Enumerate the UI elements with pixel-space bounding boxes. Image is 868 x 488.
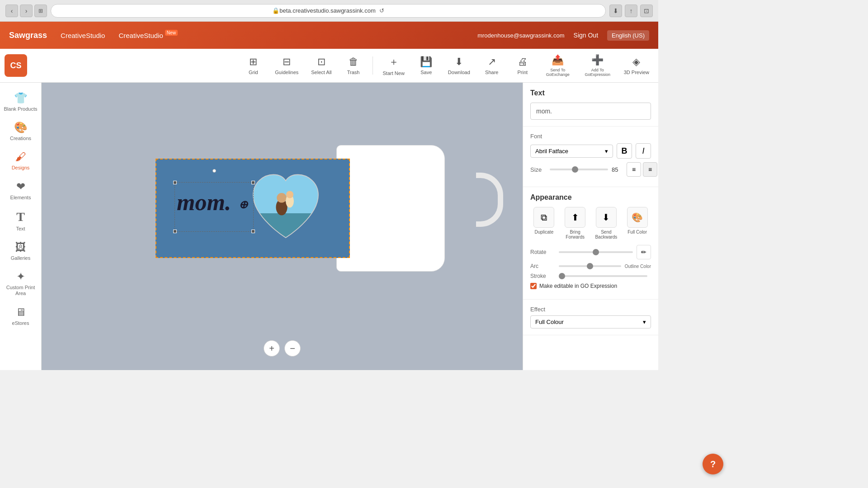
duplicate-label: Duplicate [535,230,554,235]
selection-handle-bl[interactable] [173,230,177,233]
sidebar-item-elements[interactable]: ❤ Elements [0,176,41,205]
tab-grid-button[interactable]: ⊞ [34,5,47,17]
text-section-title: Text [530,89,651,97]
pencil-icon: ✏ [641,249,646,256]
url-bar[interactable]: 🔒 beta.creativestudio.sawgrassink.com ↺ [51,4,606,18]
select-all-button[interactable]: ⊡ Select All [307,53,336,78]
signout-button[interactable]: Sign Out [574,32,598,39]
appearance-title: Appearance [530,193,651,202]
selection-handle-tl[interactable] [173,181,177,184]
size-label: Size [530,166,546,173]
align-buttons: ≡ ≡ ≡ [627,162,658,177]
full-color-item[interactable]: 🎨 Full Color [623,207,651,239]
3d-preview-button[interactable]: ◈ 3D Preview [619,53,654,78]
download-browser-btn[interactable]: ⬇ [609,5,622,17]
mug-container: mom. ⊕ [156,145,409,308]
reload-icon[interactable]: ↺ [379,7,384,14]
full-color-icon-box: 🎨 [627,207,648,228]
zoom-controls: + − [264,340,301,357]
guidelines-label: Guidelines [275,70,298,75]
language-selector[interactable]: English (US) [607,30,649,41]
share-icon: ↗ [488,56,496,68]
download-button[interactable]: ⬇ Download [443,53,475,78]
send-backwards-item[interactable]: ⬇ Send Backwards [593,207,620,239]
arc-label: Arc [530,263,555,269]
font-selector[interactable]: Abril Fatface ▾ [530,145,613,158]
move-cursor-icon: ⊕ [239,199,248,211]
guidelines-button[interactable]: ⊟ Guidelines [270,53,303,78]
zoom-in-button[interactable]: + [264,340,280,357]
estores-label: eStores [12,320,29,326]
arc-slider[interactable] [559,265,621,267]
left-sidebar: 👕 Blank Products 🎨 Creations 🖌 Designs ❤… [0,83,42,370]
bring-forwards-item[interactable]: ⬆ Bring Forwards [561,207,589,239]
share-button[interactable]: ↗ Share [478,53,505,78]
outline-color-label: Outline Color [625,264,651,269]
trash-icon: 🗑 [349,56,359,68]
save-button[interactable]: 💾 Save [413,53,440,78]
user-email: mrodenhouse@sawgrassink.com [477,32,564,39]
creativestudio-new-link[interactable]: CreativeStudio New [118,32,177,39]
goexpression-label: Make editable in GO Expression [539,283,617,289]
creativestudio-link[interactable]: CreativeStudio [61,32,105,39]
effect-label: Effect [530,306,651,313]
3d-preview-label: 3D Preview [624,70,649,75]
selection-handle-rotate[interactable] [212,169,216,173]
forward-button[interactable]: › [20,5,33,17]
text-icon: T [16,210,25,224]
share-browser-btn[interactable]: ↑ [625,5,637,17]
grid-button[interactable]: ⊞ Grid [240,53,267,78]
cs-logo: CS [5,54,27,77]
goexpression-checkbox[interactable] [530,283,537,289]
selection-handle-tr[interactable] [251,181,255,184]
sidebar-item-designs[interactable]: 🖌 Designs [0,146,41,175]
effect-value: Full Colour [535,319,564,325]
sidebar-item-creations[interactable]: 🎨 Creations [0,117,41,146]
sidebar-item-blank-products[interactable]: 👕 Blank Products [0,87,41,117]
select-all-icon: ⊡ [317,56,326,68]
sidebar-item-galleries[interactable]: 🖼 Galleries [0,236,41,266]
italic-button[interactable]: I [636,143,651,159]
effect-selector[interactable]: Full Colour ▾ [530,315,651,328]
stroke-slider[interactable] [559,275,647,277]
zoom-out-button[interactable]: − [284,340,301,357]
print-button[interactable]: 🖨 Print [509,53,536,78]
save-icon: 💾 [420,56,432,68]
heart-svg [245,169,326,250]
duplicate-icon: ⧉ [541,212,547,223]
stroke-label: Stroke [530,273,555,279]
effect-dropdown-icon: ▾ [643,319,646,325]
rotate-slider[interactable] [559,251,633,253]
font-label: Font [530,133,651,140]
trash-button[interactable]: 🗑 Trash [340,53,367,78]
rotate-label: Rotate [530,249,555,255]
sidebar-item-custom-print-area[interactable]: ✦ Custom Print Area [0,266,41,301]
align-center-button[interactable]: ≡ [643,162,657,177]
duplicate-item[interactable]: ⧉ Duplicate [530,207,558,239]
mug-handle [476,173,503,227]
start-new-button[interactable]: ＋ Start New [378,52,409,79]
outline-color-button[interactable]: ✏ [637,245,651,259]
text-label: Text [16,226,25,232]
grid-label: Grid [249,70,258,75]
text-input[interactable] [530,103,651,120]
bring-forwards-icon-box: ⬆ [565,207,585,228]
send-to-goexchange-button[interactable]: 📤 Send To GoExchange [540,52,576,80]
more-browser-btn[interactable]: ⊡ [640,5,653,17]
bold-button[interactable]: B [617,143,632,159]
sawgrass-logo[interactable]: Sawgrass [9,31,47,40]
size-slider[interactable] [550,169,608,170]
arc-row: Arc Outline Color [530,263,651,269]
heart-photo[interactable] [245,169,326,250]
sidebar-item-text[interactable]: T Text [0,205,41,236]
align-left-button[interactable]: ≡ [627,162,641,177]
canvas-text-mom[interactable]: mom. ⊕ [177,189,248,216]
font-section: Font Abril Fatface ▾ B I Size [523,127,658,187]
rotate-row: Rotate ✏ [530,245,651,259]
sidebar-item-estores[interactable]: 🖥 eStores [0,301,41,331]
add-to-goexpression-button[interactable]: ➕ Add To GoExpression [580,52,616,80]
back-button[interactable]: ‹ [5,5,18,17]
size-value: 85 [612,166,623,173]
selection-handle-br[interactable] [251,230,255,233]
canvas-area[interactable]: mom. ⊕ [42,83,523,370]
